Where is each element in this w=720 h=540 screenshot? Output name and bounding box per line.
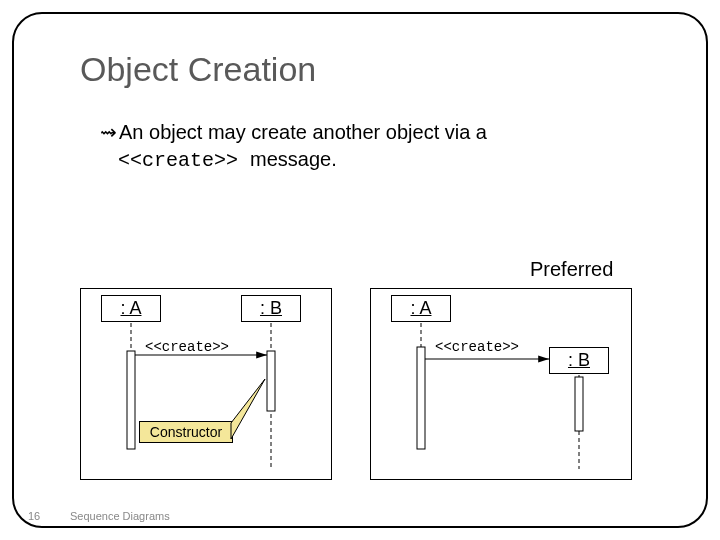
bullet-text-2: message. [250, 148, 337, 170]
message-create-right: <<create>> [435, 339, 519, 355]
note-constructor: Constructor [139, 421, 233, 443]
object-b-left: : B [241, 295, 301, 322]
bullet-line2: <<create>> message. [118, 148, 337, 172]
svg-rect-2 [127, 351, 135, 449]
svg-marker-5 [231, 379, 265, 439]
diagram-left: : A : B <<create>> Constructor [80, 288, 332, 480]
object-a-left: : A [101, 295, 161, 322]
svg-rect-10 [575, 377, 583, 431]
page-number: 16 [28, 510, 40, 522]
bullet-glyph-icon: ⇝ [100, 121, 117, 143]
object-b-right: : B [549, 347, 609, 374]
svg-rect-3 [267, 351, 275, 411]
preferred-label: Preferred [530, 258, 613, 281]
svg-rect-7 [417, 347, 425, 449]
message-create-left: <<create>> [145, 339, 229, 355]
bullet-line1: ⇝An object may create another object via… [100, 120, 487, 144]
bullet-code: <<create>> [118, 149, 250, 172]
slide: Object Creation ⇝An object may create an… [0, 0, 720, 540]
object-a-right: : A [391, 295, 451, 322]
bullet-text-1: An object may create another object via … [119, 121, 487, 143]
footer-caption: Sequence Diagrams [70, 510, 170, 522]
slide-title: Object Creation [80, 50, 316, 89]
diagram-right: : A <<create>> : B [370, 288, 632, 480]
